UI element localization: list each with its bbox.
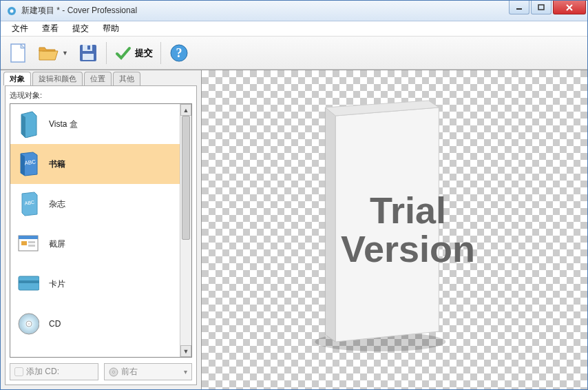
menu-view[interactable]: 查看 <box>36 21 64 36</box>
watermark-line2: Version <box>341 230 475 269</box>
menu-file[interactable]: 文件 <box>6 21 34 36</box>
new-file-icon <box>8 41 28 65</box>
tab-position[interactable]: 位置 <box>84 72 112 85</box>
left-panel: 对象 旋辑和颜色 位置 其他 选现对象: Vista 盒ABC书籍ABC杂志截屏… <box>1 70 202 389</box>
svg-rect-3 <box>538 5 544 10</box>
app-window: 新建项目 * - Cover Professional 文件 查看 提交 帮助 … <box>0 0 588 390</box>
add-cd-label: 添加 CD: <box>26 366 59 378</box>
svg-rect-15 <box>21 241 27 245</box>
svg-rect-16 <box>28 241 35 243</box>
list-item-label: 卡片 <box>49 278 65 290</box>
window-controls <box>509 1 586 16</box>
maximize-button[interactable] <box>531 1 552 14</box>
save-button[interactable] <box>76 41 101 65</box>
scrollbar[interactable]: ▲ ▼ <box>180 104 191 357</box>
save-disk-icon <box>78 43 98 63</box>
content-area: 对象 旋辑和颜色 位置 其他 选现对象: Vista 盒ABC书籍ABC杂志截屏… <box>1 70 587 389</box>
list-item-label: Vista 盒 <box>49 119 78 130</box>
list-item[interactable]: ABC书籍 <box>10 144 180 184</box>
svg-rect-19 <box>19 280 39 283</box>
chevron-down-icon: ▼ <box>62 50 68 57</box>
list-item[interactable]: 卡片 <box>10 264 180 304</box>
add-cd-checkbox[interactable]: 添加 CD: <box>10 363 98 380</box>
preview-area: Trial Version <box>202 70 587 389</box>
app-icon <box>6 6 17 17</box>
magazine-icon: ABC <box>17 190 39 218</box>
rotation-value: 前右 <box>121 366 138 378</box>
screenshot-icon <box>17 230 39 258</box>
scroll-up-button[interactable]: ▲ <box>180 104 191 116</box>
svg-text:?: ? <box>176 46 182 60</box>
open-button[interactable]: ▼ <box>35 41 70 65</box>
help-button[interactable]: ? <box>167 41 191 65</box>
cd-icon <box>17 310 39 338</box>
tab-objects[interactable]: 对象 <box>3 72 31 85</box>
minimize-button[interactable] <box>509 1 529 14</box>
object-list: Vista 盒ABC书籍ABC杂志截屏卡片CD <box>10 104 180 357</box>
toolbar: ▼ 提交 ? <box>1 37 587 70</box>
svg-point-22 <box>28 323 30 325</box>
close-button[interactable] <box>553 1 586 14</box>
open-folder-icon <box>37 43 59 63</box>
titlebar: 新建项目 * - Cover Professional <box>1 1 587 21</box>
svg-point-24 <box>112 371 114 373</box>
submit-label: 提交 <box>135 47 153 59</box>
list-item-label: 截屏 <box>49 238 65 250</box>
tabs: 对象 旋辑和颜色 位置 其他 <box>1 70 201 85</box>
watermark-line1: Trial <box>341 191 475 230</box>
object-list-container: Vista 盒ABC书籍ABC杂志截屏卡片CD ▲ ▼ <box>10 103 192 358</box>
svg-rect-14 <box>19 236 38 239</box>
svg-point-1 <box>10 9 14 12</box>
add-cd-input[interactable] <box>14 367 23 376</box>
card-icon <box>17 270 39 298</box>
vista-box-icon <box>17 110 39 138</box>
bottom-controls: 添加 CD: 前右 <box>10 363 192 380</box>
scrollbar-thumb[interactable] <box>182 116 190 240</box>
book-icon: ABC <box>17 150 39 178</box>
svg-rect-8 <box>83 54 94 60</box>
svg-rect-17 <box>28 245 35 247</box>
submit-button[interactable]: 提交 <box>112 42 155 64</box>
svg-rect-2 <box>516 8 522 10</box>
list-item[interactable]: CD <box>10 304 180 344</box>
menubar: 文件 查看 提交 帮助 <box>1 21 587 37</box>
toolbar-divider <box>160 42 161 64</box>
cd-icon <box>109 367 118 377</box>
scroll-down-button[interactable]: ▼ <box>180 345 191 357</box>
list-item[interactable]: 截屏 <box>10 224 180 264</box>
rotation-dropdown[interactable]: 前右 <box>104 363 193 380</box>
list-item[interactable]: ABC杂志 <box>10 184 180 224</box>
new-button[interactable] <box>6 39 30 67</box>
list-item-label: CD <box>49 319 61 329</box>
list-item-label: 书籍 <box>49 158 65 170</box>
help-icon: ? <box>169 43 189 63</box>
select-object-label: 选现对象: <box>10 90 192 101</box>
menu-submit[interactable]: 提交 <box>67 21 94 36</box>
list-item[interactable]: Vista 盒 <box>10 104 180 144</box>
window-title: 新建项目 * - Cover Professional <box>21 5 587 17</box>
list-item-label: 杂志 <box>49 198 65 210</box>
menu-help[interactable]: 帮助 <box>97 21 125 36</box>
check-icon <box>114 44 132 62</box>
toolbar-divider <box>106 42 107 64</box>
svg-rect-7 <box>87 45 90 50</box>
tab-rotation-color[interactable]: 旋辑和颜色 <box>32 72 83 85</box>
tab-other[interactable]: 其他 <box>113 72 140 85</box>
tab-content: 选现对象: Vista 盒ABC书籍ABC杂志截屏卡片CD ▲ ▼ 添加 CD: <box>5 85 197 385</box>
trial-watermark: Trial Version <box>341 191 475 269</box>
